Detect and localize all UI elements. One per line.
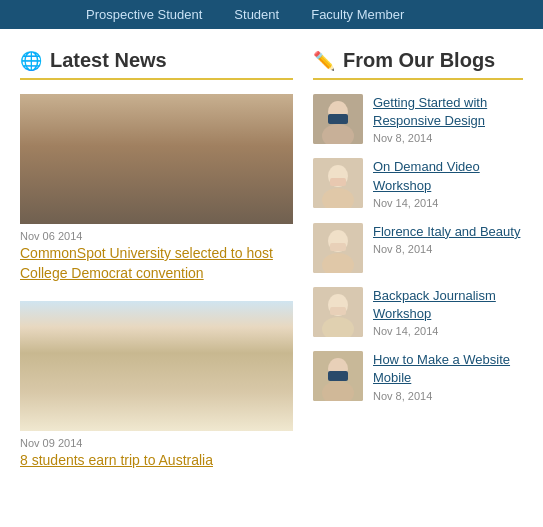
blog-item-5: How to Make a Website Mobile Nov 8, 2014 <box>313 351 523 401</box>
blog-date-5: Nov 8, 2014 <box>373 390 523 402</box>
edit-icon: ✏️ <box>313 50 335 72</box>
blog-title-5[interactable]: How to Make a Website Mobile <box>373 351 523 387</box>
blog-title-3[interactable]: Florence Italy and Beauty <box>373 223 520 241</box>
main-content: 🌐 Latest News Nov 06 2014 CommonSpot Uni… <box>0 29 543 489</box>
news-title-1[interactable]: CommonSpot University selected to host C… <box>20 244 293 283</box>
blog-date-1: Nov 8, 2014 <box>373 132 523 144</box>
svg-rect-15 <box>330 307 346 315</box>
blog-avatar-3 <box>313 223 363 273</box>
blogs-title: From Our Blogs <box>343 49 495 72</box>
blog-avatar-1 <box>313 94 363 144</box>
globe-icon: 🌐 <box>20 50 42 72</box>
blog-date-4: Nov 14, 2014 <box>373 325 523 337</box>
news-item-1: Nov 06 2014 CommonSpot University select… <box>20 94 293 283</box>
news-date-2: Nov 09 2014 <box>20 437 293 449</box>
blog-date-2: Nov 14, 2014 <box>373 197 523 209</box>
news-item-2: Nov 09 2014 8 students earn trip to Aust… <box>20 301 293 471</box>
blog-date-3: Nov 8, 2014 <box>373 243 520 255</box>
svg-rect-19 <box>328 371 348 381</box>
blog-title-1[interactable]: Getting Started with Responsive Design <box>373 94 523 130</box>
latest-news-title: Latest News <box>50 49 167 72</box>
blog-text-4: Backpack Journalism Workshop Nov 14, 201… <box>373 287 523 337</box>
blog-text-5: How to Make a Website Mobile Nov 8, 2014 <box>373 351 523 401</box>
news-image-1 <box>20 94 293 224</box>
blog-item-4: Backpack Journalism Workshop Nov 14, 201… <box>313 287 523 337</box>
blogs-section: ✏️ From Our Blogs Getting Started with R… <box>313 49 523 489</box>
blog-avatar-2 <box>313 158 363 208</box>
news-date-1: Nov 06 2014 <box>20 230 293 242</box>
svg-rect-3 <box>328 114 348 124</box>
nav-tab-student[interactable]: Student <box>218 0 295 29</box>
latest-news-header: 🌐 Latest News <box>20 49 293 80</box>
blogs-header: ✏️ From Our Blogs <box>313 49 523 80</box>
blog-title-4[interactable]: Backpack Journalism Workshop <box>373 287 523 323</box>
blog-item-3: Florence Italy and Beauty Nov 8, 2014 <box>313 223 523 273</box>
blog-title-2[interactable]: On Demand Video Workshop <box>373 158 523 194</box>
latest-news-section: 🌐 Latest News Nov 06 2014 CommonSpot Uni… <box>20 49 293 489</box>
svg-rect-11 <box>330 243 346 251</box>
blog-text-2: On Demand Video Workshop Nov 14, 2014 <box>373 158 523 208</box>
blog-text-1: Getting Started with Responsive Design N… <box>373 94 523 144</box>
blog-text-3: Florence Italy and Beauty Nov 8, 2014 <box>373 223 520 255</box>
blog-item-2: On Demand Video Workshop Nov 14, 2014 <box>313 158 523 208</box>
blog-item-1: Getting Started with Responsive Design N… <box>313 94 523 144</box>
nav-tab-faculty[interactable]: Faculty Member <box>295 0 420 29</box>
nav-tab-prospective[interactable]: Prospective Student <box>70 0 218 29</box>
blog-avatar-4 <box>313 287 363 337</box>
blog-avatar-5 <box>313 351 363 401</box>
news-image-2 <box>20 301 293 431</box>
news-title-2[interactable]: 8 students earn trip to Australia <box>20 451 293 471</box>
svg-rect-7 <box>330 178 346 186</box>
nav-bar: Prospective Student Student Faculty Memb… <box>0 0 543 29</box>
